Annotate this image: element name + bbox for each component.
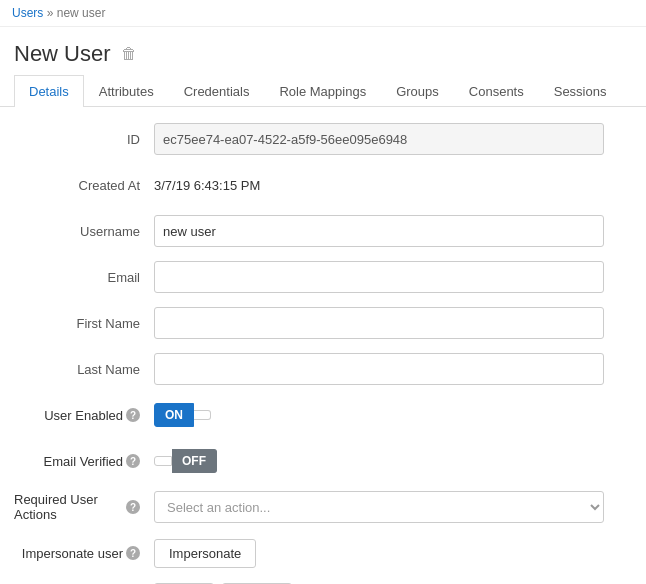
impersonate-label: Impersonate user bbox=[22, 546, 123, 561]
impersonate-label-wrap: Impersonate user ? bbox=[14, 546, 154, 561]
user-enabled-on-button[interactable]: ON bbox=[154, 403, 194, 427]
email-verified-help-icon[interactable]: ? bbox=[126, 454, 140, 468]
breadcrumb-current: new user bbox=[57, 6, 106, 20]
email-field-wrap bbox=[154, 261, 604, 293]
user-enabled-label: User Enabled bbox=[44, 408, 123, 423]
impersonate-row: Impersonate user ? Impersonate bbox=[14, 537, 632, 569]
first-name-input[interactable] bbox=[154, 307, 604, 339]
user-enabled-off-part[interactable] bbox=[194, 410, 211, 420]
page-title-row: New User 🗑 bbox=[0, 27, 646, 75]
user-enabled-row: User Enabled ? ON bbox=[14, 399, 632, 431]
user-details-form: ID Created At 3/7/19 6:43:15 PM Username… bbox=[0, 107, 646, 584]
impersonate-help-icon[interactable]: ? bbox=[126, 546, 140, 560]
username-field-wrap bbox=[154, 215, 604, 247]
email-input[interactable] bbox=[154, 261, 604, 293]
user-enabled-help-icon[interactable]: ? bbox=[126, 408, 140, 422]
required-user-actions-label-wrap: Required User Actions ? bbox=[14, 492, 154, 522]
required-user-actions-help-icon[interactable]: ? bbox=[126, 500, 140, 514]
email-verified-row: Email Verified ? OFF bbox=[14, 445, 632, 477]
email-verified-label: Email Verified bbox=[44, 454, 123, 469]
username-label: Username bbox=[14, 224, 154, 239]
created-at-row: Created At 3/7/19 6:43:15 PM bbox=[14, 169, 632, 201]
breadcrumb-parent-link[interactable]: Users bbox=[12, 6, 43, 20]
tab-role-mappings[interactable]: Role Mappings bbox=[264, 75, 381, 107]
impersonate-button-wrap: Impersonate bbox=[154, 539, 256, 568]
id-field-wrap bbox=[154, 123, 604, 155]
created-at-label: Created At bbox=[14, 178, 154, 193]
user-enabled-toggle[interactable]: ON bbox=[154, 403, 211, 427]
email-label: Email bbox=[14, 270, 154, 285]
first-name-row: First Name bbox=[14, 307, 632, 339]
breadcrumb: Users » new user bbox=[0, 0, 646, 27]
user-enabled-label-wrap: User Enabled ? bbox=[14, 408, 154, 423]
first-name-field-wrap bbox=[154, 307, 604, 339]
tab-details[interactable]: Details bbox=[14, 75, 84, 107]
first-name-label: First Name bbox=[14, 316, 154, 331]
username-row: Username bbox=[14, 215, 632, 247]
last-name-field-wrap bbox=[154, 353, 604, 385]
required-user-actions-label: Required User Actions bbox=[14, 492, 123, 522]
email-verified-off-button[interactable]: OFF bbox=[172, 449, 217, 473]
id-field bbox=[154, 123, 604, 155]
created-at-value: 3/7/19 6:43:15 PM bbox=[154, 178, 604, 193]
impersonate-button[interactable]: Impersonate bbox=[154, 539, 256, 568]
tab-attributes[interactable]: Attributes bbox=[84, 75, 169, 107]
id-row: ID bbox=[14, 123, 632, 155]
required-user-actions-field-wrap: Select an action... bbox=[154, 491, 604, 523]
page-title: New User bbox=[14, 41, 111, 67]
email-row: Email bbox=[14, 261, 632, 293]
last-name-input[interactable] bbox=[154, 353, 604, 385]
tabs-bar: Details Attributes Credentials Role Mapp… bbox=[0, 75, 646, 107]
breadcrumb-separator: » bbox=[47, 6, 57, 20]
email-verified-on-part[interactable] bbox=[154, 456, 172, 466]
delete-user-icon[interactable]: 🗑 bbox=[121, 45, 137, 63]
username-input[interactable] bbox=[154, 215, 604, 247]
id-label: ID bbox=[14, 132, 154, 147]
tab-consents[interactable]: Consents bbox=[454, 75, 539, 107]
tab-credentials[interactable]: Credentials bbox=[169, 75, 265, 107]
required-user-actions-select[interactable]: Select an action... bbox=[154, 491, 604, 523]
last-name-row: Last Name bbox=[14, 353, 632, 385]
required-user-actions-row: Required User Actions ? Select an action… bbox=[14, 491, 632, 523]
email-verified-label-wrap: Email Verified ? bbox=[14, 454, 154, 469]
last-name-label: Last Name bbox=[14, 362, 154, 377]
tab-groups[interactable]: Groups bbox=[381, 75, 454, 107]
tab-sessions[interactable]: Sessions bbox=[539, 75, 622, 107]
email-verified-toggle[interactable]: OFF bbox=[154, 449, 217, 473]
